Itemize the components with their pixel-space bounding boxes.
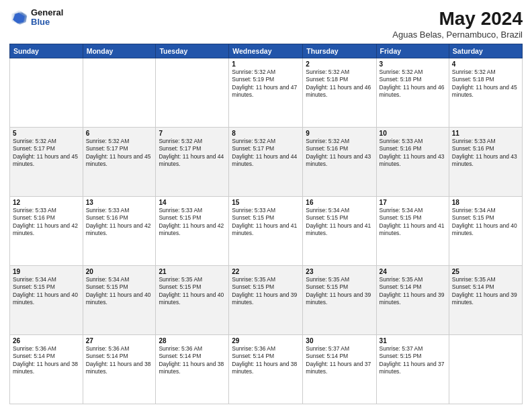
day-detail: Sunrise: 5:36 AM Sunset: 5:14 PM Dayligh… (13, 345, 80, 376)
day-detail: Sunrise: 5:36 AM Sunset: 5:14 PM Dayligh… (159, 345, 226, 376)
day-number: 7 (159, 130, 226, 137)
day-detail: Sunrise: 5:32 AM Sunset: 5:17 PM Dayligh… (232, 138, 300, 169)
calendar-cell: 4Sunrise: 5:32 AM Sunset: 5:18 PM Daylig… (449, 58, 522, 128)
day-number: 8 (232, 130, 300, 137)
calendar-cell: 31Sunrise: 5:37 AM Sunset: 5:15 PM Dayli… (376, 335, 449, 404)
calendar-week: 5Sunrise: 5:32 AM Sunset: 5:17 PM Daylig… (10, 128, 523, 197)
calendar-cell: 22Sunrise: 5:35 AM Sunset: 5:15 PM Dayli… (229, 266, 303, 335)
day-number: 6 (86, 130, 153, 137)
calendar-cell: 30Sunrise: 5:37 AM Sunset: 5:14 PM Dayli… (303, 335, 376, 404)
calendar-table: SundayMondayTuesdayWednesdayThursdayFrid… (9, 44, 523, 404)
day-number: 4 (452, 60, 519, 68)
header-row: SundayMondayTuesdayWednesdayThursdayFrid… (10, 44, 523, 58)
day-detail: Sunrise: 5:33 AM Sunset: 5:16 PM Dayligh… (452, 138, 519, 169)
day-detail: Sunrise: 5:33 AM Sunset: 5:16 PM Dayligh… (380, 138, 446, 169)
calendar-week: 19Sunrise: 5:34 AM Sunset: 5:15 PM Dayli… (10, 266, 523, 335)
calendar-cell (449, 335, 522, 404)
calendar-cell: 21Sunrise: 5:35 AM Sunset: 5:15 PM Dayli… (156, 266, 229, 335)
subtitle: Aguas Belas, Pernambuco, Brazil (392, 30, 523, 40)
day-detail: Sunrise: 5:34 AM Sunset: 5:15 PM Dayligh… (86, 276, 153, 307)
calendar-cell: 16Sunrise: 5:34 AM Sunset: 5:15 PM Dayli… (303, 197, 376, 266)
day-detail: Sunrise: 5:32 AM Sunset: 5:17 PM Dayligh… (86, 138, 153, 169)
day-detail: Sunrise: 5:35 AM Sunset: 5:14 PM Dayligh… (380, 276, 446, 307)
calendar-cell: 29Sunrise: 5:36 AM Sunset: 5:14 PM Dayli… (229, 335, 303, 404)
day-header: Sunday (10, 44, 83, 58)
calendar-cell: 2Sunrise: 5:32 AM Sunset: 5:18 PM Daylig… (303, 58, 376, 128)
calendar-cell: 24Sunrise: 5:35 AM Sunset: 5:14 PM Dayli… (376, 266, 449, 335)
day-number: 20 (86, 268, 153, 275)
calendar-cell: 9Sunrise: 5:32 AM Sunset: 5:16 PM Daylig… (303, 128, 376, 197)
logo-icon (9, 8, 28, 27)
calendar-cell: 17Sunrise: 5:34 AM Sunset: 5:15 PM Dayli… (376, 197, 449, 266)
day-number: 29 (232, 337, 300, 345)
calendar-week: 12Sunrise: 5:33 AM Sunset: 5:16 PM Dayli… (10, 197, 523, 266)
calendar-cell: 15Sunrise: 5:33 AM Sunset: 5:15 PM Dayli… (229, 197, 303, 266)
calendar-cell: 7Sunrise: 5:32 AM Sunset: 5:17 PM Daylig… (156, 128, 229, 197)
calendar-cell: 12Sunrise: 5:33 AM Sunset: 5:16 PM Dayli… (10, 197, 83, 266)
calendar-cell: 19Sunrise: 5:34 AM Sunset: 5:15 PM Dayli… (10, 266, 83, 335)
day-detail: Sunrise: 5:37 AM Sunset: 5:15 PM Dayligh… (380, 345, 446, 376)
calendar-cell: 23Sunrise: 5:35 AM Sunset: 5:15 PM Dayli… (303, 266, 376, 335)
day-detail: Sunrise: 5:32 AM Sunset: 5:18 PM Dayligh… (306, 68, 373, 99)
calendar-cell: 5Sunrise: 5:32 AM Sunset: 5:17 PM Daylig… (10, 128, 83, 197)
day-number: 12 (13, 199, 80, 206)
day-detail: Sunrise: 5:33 AM Sunset: 5:15 PM Dayligh… (159, 207, 226, 238)
day-detail: Sunrise: 5:34 AM Sunset: 5:15 PM Dayligh… (452, 207, 519, 238)
day-detail: Sunrise: 5:34 AM Sunset: 5:15 PM Dayligh… (306, 207, 373, 238)
day-number: 21 (159, 268, 226, 275)
title-block: May 2024 Aguas Belas, Pernambuco, Brazil (392, 8, 523, 40)
logo-text: General Blue (31, 8, 63, 28)
day-number: 24 (380, 268, 446, 275)
logo-blue: Blue (31, 17, 63, 27)
calendar-cell: 28Sunrise: 5:36 AM Sunset: 5:14 PM Dayli… (156, 335, 229, 404)
day-header: Saturday (449, 44, 522, 58)
day-detail: Sunrise: 5:32 AM Sunset: 5:19 PM Dayligh… (232, 68, 300, 99)
main-title: May 2024 (392, 8, 523, 30)
day-number: 13 (86, 199, 153, 206)
calendar-cell (156, 58, 229, 128)
logo-general: General (31, 8, 63, 17)
calendar-cell: 14Sunrise: 5:33 AM Sunset: 5:15 PM Dayli… (156, 197, 229, 266)
day-number: 15 (232, 199, 300, 206)
day-detail: Sunrise: 5:32 AM Sunset: 5:17 PM Dayligh… (159, 138, 226, 169)
day-number: 25 (452, 268, 519, 275)
day-number: 28 (159, 337, 226, 345)
day-detail: Sunrise: 5:32 AM Sunset: 5:17 PM Dayligh… (13, 138, 80, 169)
day-number: 17 (380, 199, 446, 206)
logo: General Blue (9, 8, 63, 28)
day-number: 30 (306, 337, 373, 345)
day-number: 18 (452, 199, 519, 206)
calendar-cell: 20Sunrise: 5:34 AM Sunset: 5:15 PM Dayli… (83, 266, 156, 335)
day-number: 31 (380, 337, 446, 345)
day-detail: Sunrise: 5:35 AM Sunset: 5:15 PM Dayligh… (159, 276, 226, 307)
day-detail: Sunrise: 5:36 AM Sunset: 5:14 PM Dayligh… (86, 345, 153, 376)
calendar-cell: 27Sunrise: 5:36 AM Sunset: 5:14 PM Dayli… (83, 335, 156, 404)
day-detail: Sunrise: 5:35 AM Sunset: 5:14 PM Dayligh… (452, 276, 519, 307)
day-detail: Sunrise: 5:32 AM Sunset: 5:18 PM Dayligh… (452, 68, 519, 99)
day-number: 1 (232, 60, 300, 68)
calendar-cell: 8Sunrise: 5:32 AM Sunset: 5:17 PM Daylig… (229, 128, 303, 197)
day-number: 9 (306, 130, 373, 137)
day-detail: Sunrise: 5:32 AM Sunset: 5:16 PM Dayligh… (306, 138, 373, 169)
page: General Blue May 2024 Aguas Belas, Perna… (0, 0, 532, 411)
day-number: 11 (452, 130, 519, 137)
day-header: Tuesday (156, 44, 229, 58)
day-detail: Sunrise: 5:33 AM Sunset: 5:15 PM Dayligh… (232, 207, 300, 238)
day-number: 10 (380, 130, 446, 137)
day-detail: Sunrise: 5:34 AM Sunset: 5:15 PM Dayligh… (13, 276, 80, 307)
day-number: 19 (13, 268, 80, 275)
day-number: 3 (380, 60, 446, 68)
day-detail: Sunrise: 5:33 AM Sunset: 5:16 PM Dayligh… (86, 207, 153, 238)
calendar-cell (83, 58, 156, 128)
day-header: Wednesday (229, 44, 303, 58)
day-number: 5 (13, 130, 80, 137)
calendar-cell: 26Sunrise: 5:36 AM Sunset: 5:14 PM Dayli… (10, 335, 83, 404)
day-detail: Sunrise: 5:35 AM Sunset: 5:15 PM Dayligh… (232, 276, 300, 307)
header: General Blue May 2024 Aguas Belas, Perna… (9, 8, 523, 40)
calendar-cell: 18Sunrise: 5:34 AM Sunset: 5:15 PM Dayli… (449, 197, 522, 266)
day-header: Thursday (303, 44, 376, 58)
calendar-cell: 13Sunrise: 5:33 AM Sunset: 5:16 PM Dayli… (83, 197, 156, 266)
day-number: 23 (306, 268, 373, 275)
day-number: 22 (232, 268, 300, 275)
calendar-week: 26Sunrise: 5:36 AM Sunset: 5:14 PM Dayli… (10, 335, 523, 404)
